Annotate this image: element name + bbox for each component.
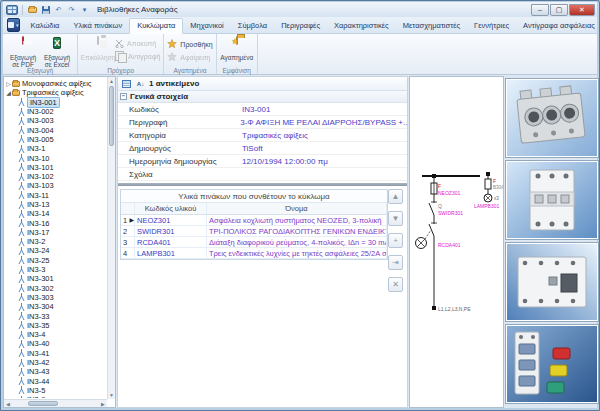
field-row-Κωδικός[interactable]: ΚωδικόςIN3-001 bbox=[118, 103, 407, 116]
tree-collapsed-icon[interactable]: ▷ bbox=[5, 80, 12, 87]
minimize-button[interactable]: – bbox=[531, 4, 549, 16]
qat-dropdown-icon[interactable]: ▾ bbox=[79, 4, 90, 15]
favorites-add-button[interactable]: Προσθήκη bbox=[167, 39, 212, 49]
tree-item-IN3-14[interactable]: IN3-14 bbox=[5, 209, 107, 218]
move-up-button[interactable]: ▲ bbox=[388, 189, 403, 204]
tree-item-IN3-44[interactable]: IN3-44 bbox=[5, 377, 107, 386]
product-image-rcd[interactable] bbox=[505, 242, 599, 322]
export-excel-button[interactable]: X Εξαγωγή σε Excel bbox=[40, 36, 74, 69]
material-name[interactable]: Τρεις ενδεικτικές λυχνίες με τηκτές ασφά… bbox=[207, 248, 387, 259]
tree-item-IN3-4[interactable]: IN3-4 bbox=[5, 330, 107, 339]
tree-item-IN3-003[interactable]: IN3-003 bbox=[5, 116, 107, 125]
tree-item-IN3-304[interactable]: IN3-304 bbox=[5, 302, 107, 311]
tree-item-IN3-301[interactable]: IN3-301 bbox=[5, 274, 107, 283]
paste-button[interactable]: Επικόλληση bbox=[81, 36, 115, 61]
group-by-icon[interactable] bbox=[121, 78, 132, 89]
redo-icon[interactable]: ↷ bbox=[66, 4, 77, 15]
tree-item-IN3-10[interactable]: IN3-10 bbox=[5, 153, 107, 162]
tree-item-IN3-1[interactable]: IN3-1 bbox=[5, 144, 107, 153]
field-row-Σχόλια[interactable]: Σχόλια bbox=[118, 168, 407, 181]
tree-item-IN3-9[interactable]: IN3-9 bbox=[5, 395, 107, 398]
tree-item-IN3-43[interactable]: IN3-43 bbox=[5, 367, 107, 376]
move-down-button[interactable]: ▼ bbox=[388, 211, 403, 226]
material-code[interactable]: SWIDR301 bbox=[135, 226, 207, 237]
material-code[interactable]: RCDA401 bbox=[135, 237, 207, 248]
scrollbar-thumb[interactable] bbox=[109, 86, 114, 146]
material-name[interactable]: Διάταξη διαφορικού ρεύματος, 4-πολικός, … bbox=[207, 237, 387, 248]
tab-Μετασχηματιστές[interactable]: Μετασχηματιστές bbox=[396, 19, 467, 33]
tab-Μηχανικοί[interactable]: Μηχανικοί bbox=[183, 19, 230, 33]
tree-item-IN3-3[interactable]: IN3-3 bbox=[5, 265, 107, 274]
tab-Καλώδια[interactable]: Καλώδια bbox=[24, 19, 67, 33]
tab-Χαρακτηριστικές[interactable]: Χαρακτηριστικές bbox=[327, 19, 396, 33]
tree-item-IN3-103[interactable]: IN3-103 bbox=[5, 181, 107, 190]
tree-vertical-scrollbar[interactable]: ▲ ▼ bbox=[107, 77, 115, 399]
tab-Γεννήτριες[interactable]: Γεννήτριες bbox=[467, 19, 516, 33]
tab-Κυκλώματα[interactable]: Κυκλώματα bbox=[129, 18, 183, 34]
insert-row-button[interactable]: ⇥ bbox=[388, 255, 403, 270]
scroll-right-icon[interactable]: ▶ bbox=[99, 400, 107, 407]
app-icon[interactable] bbox=[6, 5, 18, 15]
tree-item-IN3-13[interactable]: IN3-13 bbox=[5, 200, 107, 209]
favorites-view-button[interactable]: ★ Αγαπημένα bbox=[220, 36, 254, 61]
field-row-Κατηγορία[interactable]: ΚατηγορίαΤριφασικές αφίξεις bbox=[118, 129, 407, 142]
horizontal-splitter[interactable] bbox=[118, 183, 407, 186]
tab-Περιγραφές[interactable]: Περιγραφές bbox=[274, 19, 327, 33]
tree-item-IN3-303[interactable]: IN3-303 bbox=[5, 293, 107, 302]
tree-item-IN3-004[interactable]: IN3-004 bbox=[5, 125, 107, 134]
open-folder-icon[interactable] bbox=[27, 4, 38, 15]
tab-Σύμβολα[interactable]: Σύμβολα bbox=[231, 19, 274, 33]
column-header-Κωδικός υλικού[interactable]: Κωδικός υλικού bbox=[135, 203, 207, 215]
field-row-Δημιουργός[interactable]: ΔημιουργόςTiSoft bbox=[118, 142, 407, 155]
product-image-indicator-lamps[interactable] bbox=[505, 324, 599, 404]
rcd-switch-symbol[interactable] bbox=[429, 224, 434, 236]
maximize-button[interactable]: ▢ bbox=[550, 4, 568, 16]
tree-item-IN3-302[interactable]: IN3-302 bbox=[5, 284, 107, 293]
field-row-Ημερομηνία δημιουργίας[interactable]: Ημερομηνία δημιουργίας12/10/1994 12:00:0… bbox=[118, 155, 407, 168]
tree-item-IN3-101[interactable]: IN3-101 bbox=[5, 163, 107, 172]
sort-icon[interactable]: Α↓ bbox=[135, 78, 146, 89]
tree-item-IN3-005[interactable]: IN3-005 bbox=[5, 135, 107, 144]
tree-expanded-icon[interactable]: ◢ bbox=[5, 89, 12, 96]
tree-item-IN3-102[interactable]: IN3-102 bbox=[5, 172, 107, 181]
tree-item-IN3-2[interactable]: IN3-2 bbox=[5, 237, 107, 246]
material-code[interactable]: LAMPB301 bbox=[135, 248, 207, 259]
undo-icon[interactable]: ↶ bbox=[53, 4, 64, 15]
add-row-button[interactable]: + bbox=[388, 233, 403, 248]
product-image-switch-disconnector[interactable] bbox=[505, 160, 599, 240]
material-name[interactable]: ΤΡΙ-ΠΟΛΙΚΟΣ ΡΑΓΟΔΙΑΚΟΠΤΗΣ ΓΕΝΙΚΩΝ ΕΝΔΕΙΚ… bbox=[207, 226, 387, 237]
tree-item-IN3-001[interactable]: IN3-001 bbox=[5, 98, 107, 107]
switch-symbol[interactable] bbox=[429, 203, 434, 215]
tab-Αντίγραφα ασφάλειας[interactable]: Αντίγραφα ασφάλειας bbox=[516, 19, 600, 33]
scroll-up-icon[interactable]: ▲ bbox=[108, 77, 115, 85]
cut-button[interactable]: Αποκοπή bbox=[115, 39, 160, 48]
scrollbar-thumb[interactable] bbox=[28, 401, 58, 406]
tree-item-IN3-002[interactable]: IN3-002 bbox=[5, 107, 107, 116]
collapse-section-icon[interactable]: − bbox=[120, 93, 127, 100]
tree-folder-Μονοφασικές αφίξεις[interactable]: ▷Μονοφασικές αφίξεις bbox=[5, 79, 107, 88]
scroll-down-icon[interactable]: ▼ bbox=[108, 391, 115, 399]
column-header-row-number[interactable] bbox=[121, 203, 135, 215]
material-name[interactable]: Ασφάλεια κοχλιωτή συστήματος NEOZED, 3-π… bbox=[207, 215, 387, 226]
tree-horizontal-scrollbar[interactable]: ◀ ▶ bbox=[4, 399, 107, 407]
save-icon[interactable] bbox=[40, 4, 51, 15]
tree-item-IN3-24[interactable]: IN3-24 bbox=[5, 246, 107, 255]
tree-item-IN3-42[interactable]: IN3-42 bbox=[5, 358, 107, 367]
tree-item-IN3-33[interactable]: IN3-33 bbox=[5, 311, 107, 320]
close-button[interactable]: ✕ bbox=[569, 4, 595, 16]
tree-item-IN3-40[interactable]: IN3-40 bbox=[5, 339, 107, 348]
favorites-remove-button[interactable]: Αφαίρεση bbox=[167, 52, 212, 62]
tree-item-IN3-17[interactable]: IN3-17 bbox=[5, 228, 107, 237]
tab-Υλικά πινάκων[interactable]: Υλικά πινάκων bbox=[66, 19, 129, 33]
scroll-left-icon[interactable]: ◀ bbox=[4, 400, 12, 407]
column-header-Όνομα[interactable]: Όνομα bbox=[207, 203, 387, 215]
tree-item-IN3-16[interactable]: IN3-16 bbox=[5, 218, 107, 227]
branch-fuse-symbol[interactable] bbox=[485, 179, 491, 189]
tree-item-IN3-41[interactable]: IN3-41 bbox=[5, 349, 107, 358]
material-code[interactable]: NEOZ301 bbox=[135, 215, 207, 226]
field-row-Περιγραφή[interactable]: Περιγραφή3-Φ ΑΦΙΞΗ ΜΕ ΡΕΛΑΙ ΔΙΑΡΡΟΗΣ/BYP… bbox=[118, 116, 407, 129]
tree-item-IN3-5[interactable]: IN3-5 bbox=[5, 386, 107, 395]
copy-button[interactable]: Αντιγραφή bbox=[115, 51, 160, 61]
export-pdf-button[interactable]: PDF Εξαγωγή σε PDF bbox=[6, 36, 40, 69]
product-image-fuse-base[interactable] bbox=[505, 78, 599, 158]
